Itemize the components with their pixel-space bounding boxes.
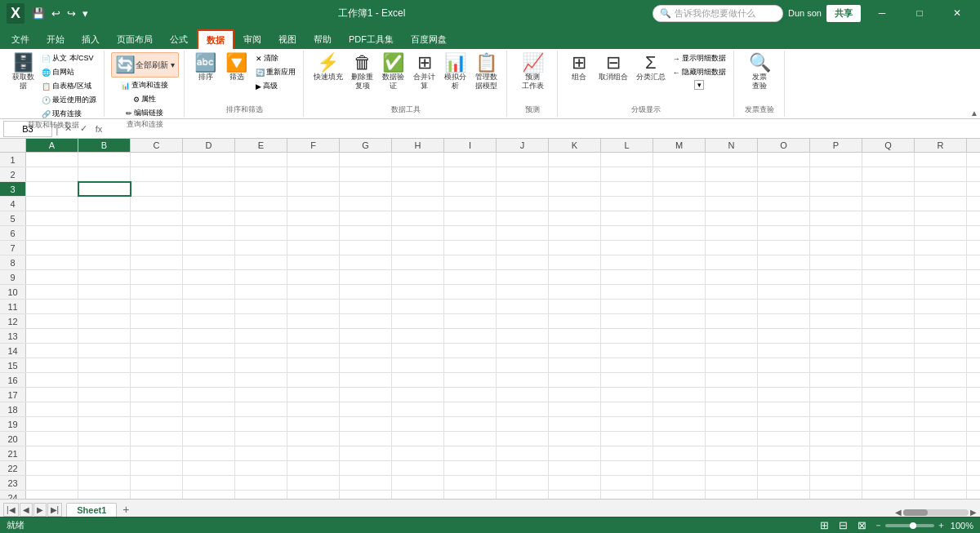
cell-C16[interactable] <box>131 373 183 387</box>
cell-O11[interactable] <box>758 300 810 313</box>
cell-Q5[interactable] <box>862 211 915 225</box>
cell-E12[interactable] <box>235 314 287 328</box>
cell-N8[interactable] <box>706 255 758 269</box>
edit-links-button[interactable]: ✏ 编辑链接 <box>123 107 166 119</box>
cell-K17[interactable] <box>549 388 601 402</box>
cell-F13[interactable] <box>287 329 340 343</box>
tab-view[interactable]: 视图 <box>270 29 305 49</box>
cell-H18[interactable] <box>392 402 444 416</box>
cell-M14[interactable] <box>653 344 706 358</box>
cell-E13[interactable] <box>235 329 287 343</box>
collapse-ribbon-button[interactable]: ▲ <box>970 109 978 118</box>
tab-pagelayout[interactable]: 页面布局 <box>109 29 161 49</box>
col-header-r[interactable]: R <box>915 139 967 152</box>
cell-N7[interactable] <box>706 241 758 255</box>
cell-R19[interactable] <box>915 417 967 431</box>
cell-D9[interactable] <box>183 270 235 284</box>
cell-N5[interactable] <box>706 211 758 225</box>
cell-M19[interactable] <box>653 417 706 431</box>
cell-C5[interactable] <box>131 211 183 225</box>
cell-E14[interactable] <box>235 344 287 358</box>
cell-R1[interactable] <box>915 153 967 167</box>
cell-H13[interactable] <box>392 329 444 343</box>
cell-B22[interactable] <box>78 461 131 475</box>
col-header-e[interactable]: E <box>235 139 287 152</box>
cell-K4[interactable] <box>549 197 601 211</box>
col-header-p[interactable]: P <box>810 139 862 152</box>
cell-L21[interactable] <box>601 446 653 460</box>
cell-C10[interactable] <box>131 285 183 299</box>
cell-O3[interactable] <box>758 182 810 196</box>
cell-R12[interactable] <box>915 314 967 328</box>
undo-btn[interactable]: ↩ <box>49 6 63 21</box>
cell-F22[interactable] <box>287 461 340 475</box>
tab-formula[interactable]: 公式 <box>162 29 196 49</box>
cell-F20[interactable] <box>287 432 340 446</box>
cell-K24[interactable] <box>549 491 601 499</box>
cell-A1[interactable] <box>26 153 78 167</box>
row-header-3[interactable]: 3 <box>0 182 26 196</box>
cell-P13[interactable] <box>810 329 862 343</box>
cell-N18[interactable] <box>706 402 758 416</box>
horizontal-scrollbar[interactable]: ◀ ▶ <box>135 508 980 517</box>
cell-L19[interactable] <box>601 417 653 431</box>
cell-Q19[interactable] <box>862 417 915 431</box>
existing-connections-button[interactable]: 🔗 现有连接 <box>39 108 99 120</box>
cell-M7[interactable] <box>653 241 706 255</box>
last-sheet-btn[interactable]: ▶| <box>47 503 63 517</box>
cell-P6[interactable] <box>810 226 862 240</box>
cell-I7[interactable] <box>444 241 497 255</box>
cell-M24[interactable] <box>653 491 706 499</box>
cell-K19[interactable] <box>549 417 601 431</box>
row-header-14[interactable]: 14 <box>0 344 26 358</box>
cell-P15[interactable] <box>810 358 862 372</box>
cell-G24[interactable] <box>340 491 392 499</box>
cell-R17[interactable] <box>915 388 967 402</box>
cell-C11[interactable] <box>131 300 183 313</box>
cell-L15[interactable] <box>601 358 653 372</box>
cell-L14[interactable] <box>601 344 653 358</box>
row-header-22[interactable]: 22 <box>0 461 26 475</box>
cell-J15[interactable] <box>497 358 549 372</box>
cell-O19[interactable] <box>758 417 810 431</box>
cell-C9[interactable] <box>131 270 183 284</box>
cell-I12[interactable] <box>444 314 497 328</box>
cell-B21[interactable] <box>78 446 131 460</box>
col-header-n[interactable]: N <box>706 139 758 152</box>
cell-F3[interactable] <box>287 182 340 196</box>
cell-D4[interactable] <box>183 197 235 211</box>
cell-B19[interactable] <box>78 417 131 431</box>
cell-H8[interactable] <box>392 255 444 269</box>
cell-N12[interactable] <box>706 314 758 328</box>
cell-G13[interactable] <box>340 329 392 343</box>
cell-J11[interactable] <box>497 300 549 313</box>
cell-P3[interactable] <box>810 182 862 196</box>
cell-G7[interactable] <box>340 241 392 255</box>
cell-N9[interactable] <box>706 270 758 284</box>
group-button[interactable]: ⊞ 组合 <box>564 52 594 83</box>
close-button[interactable]: ✕ <box>941 0 973 26</box>
cell-J5[interactable] <box>497 211 549 225</box>
cell-B8[interactable] <box>78 255 131 269</box>
cell-I15[interactable] <box>444 358 497 372</box>
cell-E8[interactable] <box>235 255 287 269</box>
cell-L5[interactable] <box>601 211 653 225</box>
cell-M11[interactable] <box>653 300 706 313</box>
cell-O5[interactable] <box>758 211 810 225</box>
cell-C18[interactable] <box>131 402 183 416</box>
cell-I4[interactable] <box>444 197 497 211</box>
cell-C2[interactable] <box>131 167 183 181</box>
cell-G9[interactable] <box>340 270 392 284</box>
cell-L16[interactable] <box>601 373 653 387</box>
cell-D11[interactable] <box>183 300 235 313</box>
cell-A7[interactable] <box>26 241 78 255</box>
cell-Q14[interactable] <box>862 344 915 358</box>
cell-E6[interactable] <box>235 226 287 240</box>
insert-function-btn[interactable]: fx <box>93 124 105 134</box>
cell-M1[interactable] <box>653 153 706 167</box>
cell-L8[interactable] <box>601 255 653 269</box>
first-sheet-btn[interactable]: |◀ <box>3 503 19 517</box>
cell-G22[interactable] <box>340 461 392 475</box>
cell-N3[interactable] <box>706 182 758 196</box>
col-header-f[interactable]: F <box>287 139 340 152</box>
